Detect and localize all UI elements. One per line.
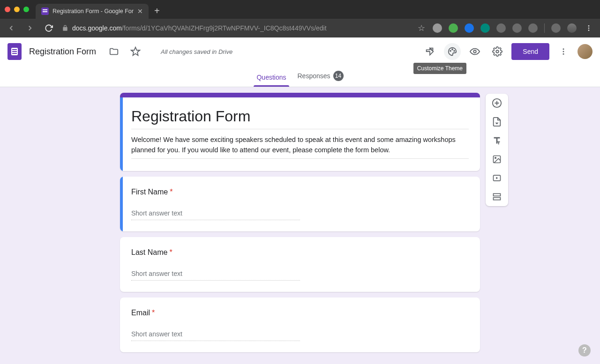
- forms-logo-icon[interactable]: [8, 43, 22, 60]
- tab-strip: Registration Form - Google For ✕ +: [0, 0, 600, 19]
- question-card[interactable]: Last Name* Short answer text: [120, 237, 480, 292]
- response-count-badge: 14: [333, 71, 344, 81]
- required-asterisk: *: [152, 309, 155, 317]
- extension-icon[interactable]: [480, 23, 490, 33]
- more-menu-icon[interactable]: [555, 43, 572, 60]
- svg-rect-1: [43, 11, 47, 12]
- minimize-window-icon[interactable]: [14, 7, 20, 12]
- tab-label: Responses: [298, 72, 330, 80]
- tab-responses[interactable]: Responses 14: [298, 71, 344, 87]
- new-tab-button[interactable]: +: [154, 6, 160, 16]
- form-header-card[interactable]: Registration Form Welcome! We have some …: [120, 93, 480, 171]
- add-video-icon[interactable]: [491, 172, 502, 184]
- separator: [544, 23, 545, 33]
- profile-avatar-icon[interactable]: [567, 23, 577, 33]
- browser-tab[interactable]: Registration Form - Google For ✕: [36, 4, 149, 19]
- address-bar[interactable]: docs.google.com/forms/d/1YCaVhQVAhIZHFrg…: [62, 24, 409, 32]
- answer-placeholder: Short answer text: [131, 209, 300, 220]
- svg-rect-18: [494, 198, 501, 200]
- question-title[interactable]: Last Name*: [131, 248, 469, 257]
- window-controls[interactable]: [5, 7, 29, 12]
- required-asterisk: *: [169, 248, 172, 256]
- svg-point-2: [588, 25, 590, 27]
- forms-favicon-icon: [41, 7, 49, 15]
- question-card[interactable]: First Name* Short answer text: [120, 177, 480, 231]
- forward-button[interactable]: [24, 22, 36, 34]
- question-title[interactable]: First Name*: [131, 188, 469, 196]
- extension-icon[interactable]: [496, 23, 506, 33]
- address-bar-row: docs.google.com/forms/d/1YCaVhQVAhIZHFrg…: [0, 19, 600, 37]
- reload-button[interactable]: [43, 22, 54, 34]
- svg-rect-0: [43, 9, 47, 10]
- svg-point-8: [474, 50, 477, 53]
- answer-placeholder: Short answer text: [131, 330, 300, 341]
- extension-icon[interactable]: [449, 23, 458, 33]
- settings-gear-icon[interactable]: [489, 43, 506, 60]
- required-asterisk: *: [170, 188, 172, 196]
- question-card[interactable]: Email* Short answer text: [120, 297, 480, 352]
- svg-point-10: [563, 48, 564, 50]
- close-window-icon[interactable]: [5, 7, 10, 12]
- floating-toolbar: [486, 94, 508, 206]
- close-tab-icon[interactable]: ✕: [137, 7, 143, 15]
- app-header: Registration Form All changes saved in D…: [0, 37, 600, 66]
- add-question-icon[interactable]: [491, 97, 502, 109]
- import-questions-icon[interactable]: [491, 116, 502, 127]
- svg-point-6: [452, 49, 453, 50]
- lock-icon: [62, 25, 68, 31]
- svg-rect-17: [494, 193, 501, 196]
- add-image-icon[interactable]: [491, 154, 502, 165]
- question-title[interactable]: Email*: [131, 309, 469, 317]
- form-title[interactable]: Registration Form: [131, 108, 469, 129]
- bookmark-star-icon[interactable]: ☆: [417, 23, 426, 33]
- form-description[interactable]: Welcome! We have some exciting speakers …: [131, 135, 469, 159]
- help-button[interactable]: ?: [578, 344, 591, 357]
- addons-icon[interactable]: [421, 43, 438, 60]
- move-folder-icon[interactable]: [105, 43, 122, 60]
- document-title[interactable]: Registration Form: [29, 47, 96, 57]
- extension-icon[interactable]: [528, 23, 538, 33]
- star-icon[interactable]: [127, 43, 144, 60]
- svg-point-12: [563, 53, 564, 55]
- svg-point-11: [563, 51, 564, 52]
- theme-icon[interactable]: [444, 43, 461, 60]
- svg-point-15: [495, 157, 496, 159]
- add-title-icon[interactable]: [491, 135, 502, 146]
- browser-menu-icon[interactable]: [583, 22, 594, 34]
- tab-title: Registration Form - Google For: [52, 8, 134, 15]
- extension-icon[interactable]: [512, 23, 522, 33]
- tab-questions[interactable]: Questions: [256, 74, 286, 87]
- save-status: All changes saved in Drive: [161, 48, 232, 55]
- svg-point-5: [450, 51, 451, 52]
- form-canvas: Registration Form Welcome! We have some …: [0, 87, 600, 364]
- svg-point-9: [496, 50, 499, 53]
- extension-icon[interactable]: [465, 23, 474, 33]
- add-section-icon[interactable]: [491, 191, 502, 202]
- send-button[interactable]: Send: [511, 43, 549, 60]
- tooltip: Customize Theme: [413, 63, 466, 74]
- extension-icon[interactable]: [433, 23, 442, 33]
- preview-icon[interactable]: [466, 43, 483, 60]
- tab-label: Questions: [256, 74, 286, 81]
- svg-point-7: [454, 51, 455, 52]
- maximize-window-icon[interactable]: [23, 7, 29, 12]
- back-button[interactable]: [6, 22, 17, 34]
- url-text: docs.google.com/forms/d/1YCaVhQVAhIZHFrg…: [72, 24, 327, 32]
- media-icon[interactable]: [551, 23, 561, 33]
- svg-point-3: [588, 28, 590, 29]
- svg-point-4: [588, 30, 590, 31]
- account-avatar[interactable]: [578, 44, 592, 59]
- browser-chrome: Registration Form - Google For ✕ + docs.…: [0, 0, 600, 37]
- form-tabs: Questions Responses 14: [0, 66, 600, 87]
- answer-placeholder: Short answer text: [131, 270, 300, 281]
- extension-icons: ☆: [417, 22, 594, 34]
